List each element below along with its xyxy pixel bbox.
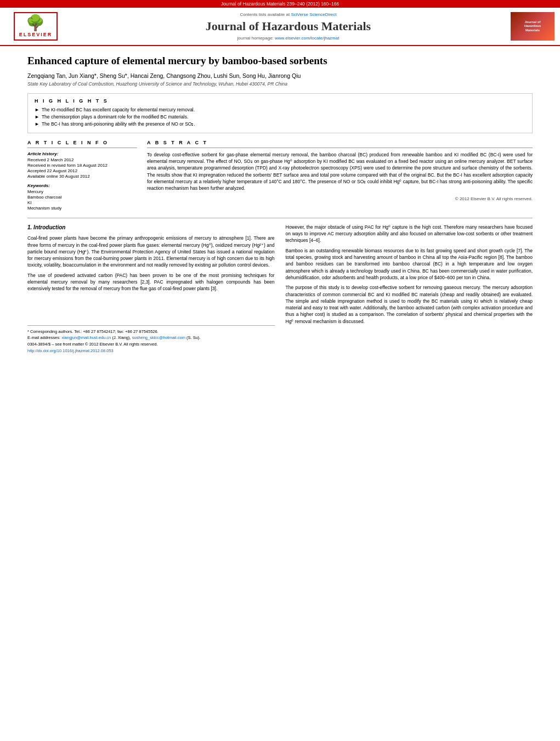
copyright-line: © 2012 Elsevier B.V. All rights reserved…	[147, 196, 533, 201]
intro-heading: 1. Introduction	[27, 224, 275, 232]
elsevier-brand: ELSEVIER	[19, 32, 53, 37]
footnote-email: E-mail addresses: xiangjun@mail.hust.edu…	[27, 335, 275, 341]
intro-para-1: Coal-fired power plants have become the …	[27, 235, 275, 269]
keyword-4: Mechanism study	[27, 206, 137, 211]
history-label: Article history:	[27, 151, 137, 156]
highlights-title: H I G H L I G H T S	[35, 98, 525, 104]
abstract-title: A B S T R A C T	[147, 140, 533, 148]
sciverse-link: Contents lists available at SciVerse Sci…	[240, 12, 336, 17]
article-info-panel: A R T I C L E I N F O Article history: R…	[27, 140, 137, 211]
email-1-link[interactable]: xiangjun@mail.hust.edu.cn	[61, 335, 111, 340]
footnote-doi: http://dx.doi.org/10.1016/j.jhazmat.2012…	[27, 348, 275, 354]
received-date: Received 2 March 2012	[27, 157, 137, 162]
keyword-3: KI	[27, 200, 137, 205]
abstract-panel: A B S T R A C T To develop cost-effectiv…	[147, 140, 533, 211]
highlight-item-2: ► The chemisorption plays a dominant rol…	[35, 114, 525, 120]
intro-para-2: The use of powdered activated carbon (PA…	[27, 272, 275, 292]
keywords-label: Keywords:	[27, 183, 137, 188]
body-columns: 1. Introduction Coal-fired power plants …	[27, 224, 533, 355]
right-column: However, the major obstacle of using PAC…	[286, 224, 533, 355]
highlight-arrow-1: ►	[35, 107, 39, 112]
footnote-issn: 0304-3894/$ – see front matter © 2012 El…	[27, 342, 275, 347]
journal-cover-image: Journal ofHazardousMaterials	[511, 12, 555, 41]
journal-title: Journal of Hazardous Materials	[206, 19, 371, 33]
highlight-arrow-3: ►	[35, 121, 39, 127]
homepage-link[interactable]: www.elsevier.com/locate/jhazmat	[275, 36, 339, 41]
highlight-arrow-2: ►	[35, 114, 39, 120]
sciverse-link-anchor[interactable]: SciVerse ScienceDirect	[291, 12, 336, 17]
keyword-2: Bamboo charcoal	[27, 195, 137, 200]
header-center: Contents lists available at SciVerse Sci…	[71, 12, 505, 41]
journal-banner: Journal of Hazardous Materials 239–240 (…	[0, 0, 560, 8]
journal-homepage: journal homepage: www.elsevier.com/locat…	[237, 36, 340, 41]
article-history: Article history: Received 2 March 2012 R…	[27, 151, 137, 179]
highlight-item-1: ► The KI-modified BC has excellent capac…	[35, 107, 525, 112]
online-date: Available online 30 August 2012	[27, 174, 137, 179]
highlights-section: H I G H L I G H T S ► The KI-modified BC…	[27, 93, 533, 133]
right-para-3: The purpose of this study is to develop …	[286, 284, 533, 325]
journal-header: 🌳 ELSEVIER Contents lists available at S…	[0, 8, 560, 46]
email-2-link[interactable]: susheng_sklcc@hotmail.com	[132, 335, 185, 340]
elsevier-logo: 🌳 ELSEVIER	[5, 12, 66, 41]
article-title: Enhanced capture of elemental mercury by…	[27, 54, 533, 68]
affiliation: State Key Laboratory of Coal Combustion,…	[27, 81, 533, 87]
info-abstract-row: A R T I C L E I N F O Article history: R…	[27, 140, 533, 211]
right-para-1: However, the major obstacle of using PAC…	[286, 224, 533, 244]
main-content: Enhanced capture of elemental mercury by…	[0, 46, 560, 363]
authors-line: Zengqiang Tan, Jun Xiang*, Sheng Su*, Ha…	[27, 72, 533, 79]
keywords-section: Keywords: Mercury Bamboo charcoal KI Mec…	[27, 183, 137, 211]
doi-link[interactable]: http://dx.doi.org/10.1016/j.jhazmat.2012…	[27, 348, 114, 353]
footnotes: * Corresponding authors. Tel.: +86 27 87…	[27, 325, 275, 354]
accepted-date: Accepted 22 August 2012	[27, 168, 137, 173]
elsevier-tree-icon: 🌳	[26, 15, 45, 31]
article-info-title: A R T I C L E I N F O	[27, 140, 137, 148]
left-column: 1. Introduction Coal-fired power plants …	[27, 224, 275, 355]
highlight-item-3: ► The BC-I has strong anti-poisoning abi…	[35, 121, 525, 127]
footnote-corresponding: * Corresponding authors. Tel.: +86 27 87…	[27, 329, 275, 335]
revised-date: Received in revised form 18 August 2012	[27, 163, 137, 168]
keyword-1: Mercury	[27, 189, 137, 194]
section-divider	[27, 218, 533, 218]
right-para-2: Bamboo is an outstanding renewable bioma…	[286, 247, 533, 281]
abstract-text: To develop cost-effective sorbent for ga…	[147, 151, 533, 192]
